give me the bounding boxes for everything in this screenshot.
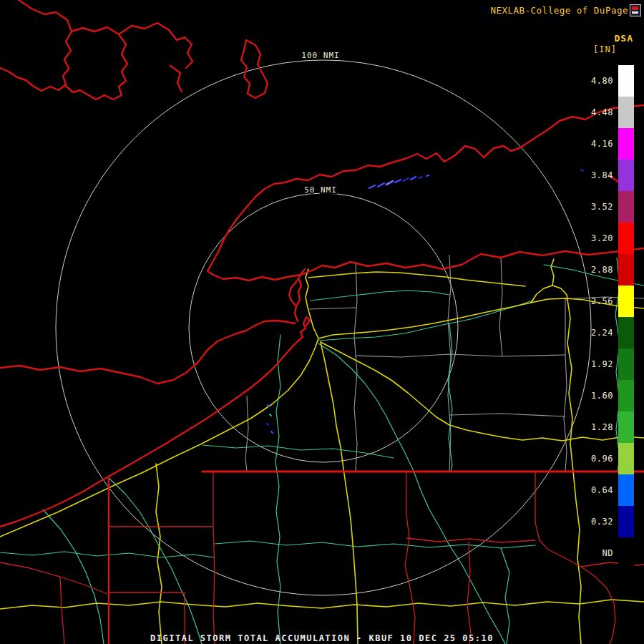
colorbar-row: 2.24 (579, 317, 634, 348)
precip-echo (403, 178, 409, 181)
colorbar-row: 3.84 (579, 160, 634, 191)
colorbar-row: 1.60 (579, 380, 634, 411)
colorbar-tick-label: 1.92 (579, 359, 613, 369)
colorbar-row: 4.80 (579, 65, 634, 97)
secondary-road (275, 335, 280, 644)
county-line (499, 258, 502, 356)
shoreline-fragment (170, 66, 182, 92)
colorbar-row: 0.64 (579, 474, 634, 506)
colorbar-color-swatch (618, 286, 634, 317)
colorbar-tick-label: ND (579, 548, 613, 558)
colorbar-tick-label: 4.16 (579, 139, 613, 149)
county-line (564, 355, 567, 472)
colorbar-tick-label: 1.28 (579, 422, 613, 432)
precip-echo (268, 405, 269, 406)
precip-echo (378, 183, 384, 187)
colorbar-row: 0.32 (579, 506, 634, 537)
county-line (309, 308, 356, 309)
colorbar-row: ND (579, 537, 634, 569)
county-line (354, 262, 357, 472)
niagara-river-east-channel (296, 280, 301, 306)
colorbar-row: 4.16 (579, 128, 634, 160)
county-line-red (0, 562, 107, 594)
colorbar-tick-label: 4.48 (579, 107, 613, 117)
colorbar-tick-label: 0.96 (579, 454, 613, 464)
county-line (356, 354, 565, 357)
county-line-red (213, 472, 215, 644)
colorbar-tick-label: 2.88 (579, 265, 613, 275)
county-line-red (406, 538, 535, 542)
cod-logo-icon (630, 4, 641, 16)
georgian-bay-shoreline (66, 27, 127, 99)
colorbar-tick-label: 1.60 (579, 391, 613, 401)
layer-secondary-roads (0, 258, 644, 644)
colorbar-row: 0.96 (579, 443, 634, 474)
colorbar-color-swatch (618, 348, 634, 380)
range-ring-label-50nmi: 50 NMI (304, 185, 337, 195)
product-code-label: DSA (615, 33, 633, 44)
colorbar-color-swatch (618, 160, 634, 191)
colorbar-row: 4.48 (579, 97, 634, 128)
county-line-red (60, 577, 64, 644)
colorbar-row: 1.92 (579, 348, 634, 380)
colorbar-color-swatch (618, 65, 634, 97)
secondary-road (0, 552, 215, 557)
precip-echo (419, 177, 422, 178)
precip-echo (395, 180, 401, 182)
colorbar-tick-label: 3.20 (579, 233, 613, 243)
secondary-road (215, 541, 535, 548)
secondary-road (501, 548, 509, 644)
highway-i190 (306, 269, 318, 338)
precip-echo (271, 431, 273, 433)
colorbar-color-swatch (618, 443, 634, 474)
county-line (245, 396, 248, 472)
colorbar-color-swatch (618, 191, 634, 223)
colorbar: 4.804.484.163.843.523.202.882.562.241.92… (579, 65, 634, 569)
colorbar-tick-label: 0.64 (579, 485, 613, 495)
colorbar-row: 2.88 (579, 254, 634, 286)
colorbar-tick-label: 2.56 (579, 296, 613, 306)
lake-erie-north-shoreline (0, 321, 295, 384)
highway-us219 (321, 342, 358, 644)
highway-spur (551, 259, 554, 286)
range-ring-label-100nmi: 100 NMI (301, 51, 339, 60)
county-line-red (405, 472, 415, 644)
branding-text: NEXLAB-College of DuPage (490, 5, 628, 16)
georgian-bay-shoreline (0, 0, 72, 91)
lake-erie-south-shoreline (0, 317, 306, 527)
colorbar-tick-label: 4.80 (579, 76, 613, 86)
buffalo-harbor (306, 317, 310, 326)
colorbar-color-swatch (618, 317, 634, 348)
secondary-road (43, 509, 104, 644)
county-line (449, 414, 565, 416)
secondary-road (311, 291, 449, 301)
layer-range-rings (56, 60, 591, 595)
colorbar-color-swatch (618, 537, 634, 569)
colorbar-row: 3.20 (579, 223, 634, 254)
precip-echo (369, 185, 375, 188)
radar-map: 100 NMI 50 NMI (0, 0, 644, 644)
colorbar-row: 2.56 (579, 286, 634, 317)
colorbar-color-swatch (618, 474, 634, 506)
colorbar-color-swatch (618, 97, 634, 128)
colorbar-row: 1.28 (579, 411, 634, 443)
layer-borders-shorelines (0, 0, 644, 644)
precip-echo (411, 177, 416, 180)
precip-echo (267, 424, 268, 425)
county-line-red (467, 542, 471, 644)
colorbar-row: 3.52 (579, 191, 634, 223)
colorbar-tick-label: 0.32 (579, 517, 613, 527)
precip-echo (270, 414, 271, 416)
highway-i90-thruway (0, 298, 644, 537)
colorbar-color-swatch (618, 506, 634, 537)
precip-echo (386, 181, 393, 185)
radar-display: 100 NMI 50 NMI NEXLAB-College of DuPage … (0, 0, 644, 644)
colorbar-color-swatch (618, 411, 634, 443)
range-ring-100nmi (56, 60, 591, 595)
precip-echo (426, 175, 429, 176)
product-unit-label: [IN] (593, 44, 617, 54)
colorbar-color-swatch (618, 380, 634, 411)
colorbar-tick-label: 3.84 (579, 170, 613, 180)
colorbar-tick-label: 3.52 (579, 202, 613, 212)
colorbar-tick-label: 2.24 (579, 328, 613, 338)
